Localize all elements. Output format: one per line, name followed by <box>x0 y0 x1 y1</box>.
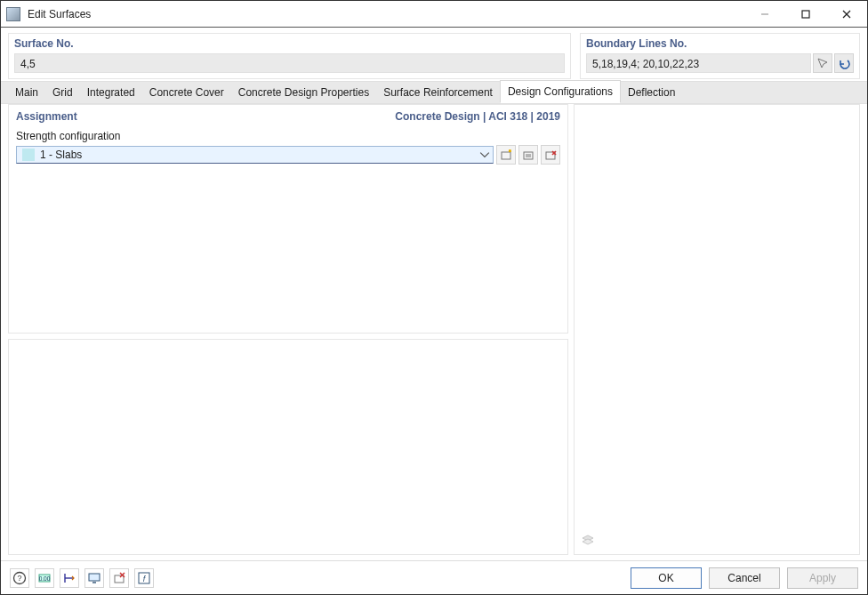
svg-text:?: ? <box>17 574 21 583</box>
new-item-icon <box>500 149 512 161</box>
cursor-pick-icon <box>816 57 829 69</box>
svg-rect-1 <box>802 11 809 18</box>
header-fields: Surface No. 4,5 Boundary Lines No. 5,18,… <box>1 28 867 81</box>
dimension-icon <box>62 571 76 585</box>
function-icon: f <box>137 571 151 585</box>
cancel-button[interactable]: Cancel <box>709 567 780 589</box>
dialog-edit-surfaces: Edit Surfaces Surface No. 4,5 Boundary L… <box>0 0 868 595</box>
help-button[interactable]: ? <box>10 568 29 588</box>
surface-no-input[interactable]: 4,5 <box>14 53 565 73</box>
close-button[interactable] <box>826 1 867 28</box>
tab-design-configurations[interactable]: Design Configurations <box>500 80 621 103</box>
tab-bar: Main Grid Integrated Concrete Cover Conc… <box>1 81 867 104</box>
tab-concrete-design-properties[interactable]: Concrete Design Properties <box>231 82 376 103</box>
pick-lines-button[interactable] <box>813 53 832 73</box>
tab-main[interactable]: Main <box>8 82 45 103</box>
config-color-swatch <box>22 149 35 161</box>
monitor-icon <box>87 571 101 585</box>
tab-deflection[interactable]: Deflection <box>621 82 682 103</box>
strength-config-select[interactable]: 1 - Slabs <box>16 146 494 164</box>
dialog-footer: ? 0.00 f OK Cancel Apply <box>1 560 867 594</box>
new-config-button[interactable] <box>496 145 516 165</box>
ok-button[interactable]: OK <box>631 567 702 589</box>
units-button[interactable]: 0.00 <box>35 568 54 588</box>
assignment-panel: Assignment Concrete Design | ACI 318 | 2… <box>8 104 568 334</box>
svg-rect-20 <box>115 575 124 583</box>
assignment-subtitle: Concrete Design | ACI 318 | 2019 <box>395 110 560 123</box>
script-button[interactable]: f <box>134 568 154 588</box>
maximize-button[interactable] <box>785 1 826 28</box>
svg-rect-18 <box>89 574 100 581</box>
preview-settings-button[interactable] <box>580 533 596 549</box>
preview-panel <box>574 104 860 555</box>
edit-item-icon <box>522 149 534 161</box>
edit-config-button[interactable] <box>518 145 538 165</box>
tab-concrete-cover[interactable]: Concrete Cover <box>142 82 231 103</box>
delete-config-button[interactable] <box>541 145 560 165</box>
strength-config-value: 1 - Slabs <box>40 149 82 161</box>
minimize-button[interactable] <box>744 1 785 28</box>
dimensions-button[interactable] <box>60 568 79 588</box>
assignment-title: Assignment <box>16 110 395 123</box>
svg-rect-6 <box>524 152 533 159</box>
boundary-lines-input[interactable]: 5,18,19,4; 20,10,22,23 <box>586 53 811 73</box>
help-icon: ? <box>12 571 27 585</box>
clear-button[interactable] <box>109 568 129 588</box>
tab-surface-reinforcement[interactable]: Surface Reinforcement <box>376 82 500 103</box>
clear-surface-icon <box>112 571 126 585</box>
boundary-lines-label: Boundary Lines No. <box>586 37 854 50</box>
titlebar: Edit Surfaces <box>1 1 867 28</box>
content-area: Assignment Concrete Design | ACI 318 | 2… <box>1 104 867 560</box>
surface-no-box: Surface No. 4,5 <box>8 33 571 79</box>
layers-icon <box>581 534 595 548</box>
svg-point-5 <box>509 150 510 152</box>
lower-panel <box>8 339 568 555</box>
undo-arrow-icon <box>838 57 850 69</box>
apply-button: Apply <box>787 567 858 589</box>
tab-grid[interactable]: Grid <box>45 82 80 103</box>
units-icon: 0.00 <box>37 571 52 585</box>
svg-text:0.00: 0.00 <box>39 575 51 582</box>
app-icon <box>6 7 20 21</box>
chevron-down-icon <box>479 149 490 160</box>
minimize-icon <box>760 10 769 19</box>
maximize-icon <box>801 10 810 19</box>
revert-button[interactable] <box>834 53 854 73</box>
delete-item-icon <box>544 149 557 161</box>
view-button[interactable] <box>84 568 104 588</box>
boundary-lines-box: Boundary Lines No. 5,18,19,4; 20,10,22,2… <box>580 33 860 79</box>
window-title: Edit Surfaces <box>26 8 744 20</box>
tab-integrated[interactable]: Integrated <box>80 82 142 103</box>
left-column: Assignment Concrete Design | ACI 318 | 2… <box>8 104 568 555</box>
strength-config-label: Strength configuration <box>16 130 560 142</box>
surface-no-label: Surface No. <box>14 37 565 50</box>
close-icon <box>842 10 851 19</box>
svg-rect-4 <box>502 152 510 159</box>
